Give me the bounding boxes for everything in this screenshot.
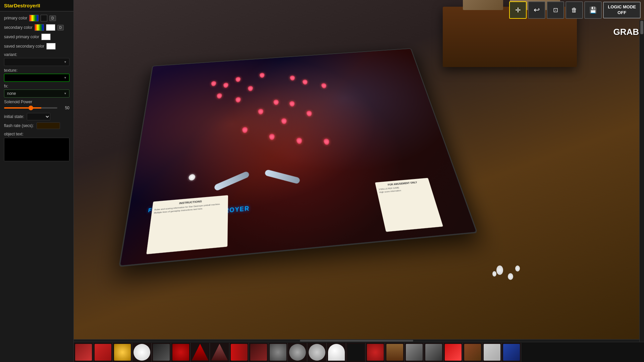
logic-mode-button[interactable]: LOGIC MODE OFF bbox=[603, 2, 641, 18]
bottom-bar-item-21[interactable] bbox=[463, 343, 482, 362]
save-button[interactable]: 💾 bbox=[584, 1, 602, 19]
item-thumb-img-3 bbox=[114, 344, 131, 361]
bottom-bar-item-8[interactable] bbox=[210, 343, 229, 362]
bottom-bar-item-4[interactable] bbox=[132, 343, 152, 362]
floor-piece-1 bbox=[496, 265, 503, 275]
item-thumb-img-6 bbox=[172, 344, 189, 361]
bottom-bar-item-10[interactable] bbox=[249, 343, 268, 362]
bottom-bar-item-5[interactable] bbox=[152, 343, 171, 362]
item-thumb-img-22 bbox=[484, 344, 500, 361]
item-thumb-img-19 bbox=[425, 344, 442, 361]
bottom-bar-item-23[interactable] bbox=[502, 343, 521, 362]
bottom-bar-item-16[interactable] bbox=[366, 343, 385, 362]
item-thumb-img-12 bbox=[289, 344, 306, 361]
initial-state-label: initial state: bbox=[4, 114, 24, 119]
3d-viewport[interactable]: FLIPPER STARDESTROYER INSTRUCTIONS Rules… bbox=[74, 0, 644, 342]
solenoid-value: 50 bbox=[60, 106, 69, 110]
primary-color-black[interactable] bbox=[41, 15, 47, 21]
item-thumb-img-18 bbox=[406, 344, 423, 361]
scrollbar-thumb[interactable] bbox=[640, 21, 643, 34]
bottom-bar-item-12[interactable] bbox=[288, 343, 307, 362]
fx-dropdown-wrapper: none bbox=[4, 89, 69, 98]
solenoid-slider[interactable] bbox=[4, 107, 57, 109]
bottom-bar-item-19[interactable] bbox=[424, 343, 443, 362]
panel-title: StarDestroyerII bbox=[0, 0, 73, 11]
logic-mode-line1: LOGIC MODE bbox=[608, 4, 636, 9]
instructions-card: INSTRUCTIONS Rules and scoring informati… bbox=[146, 195, 228, 254]
undo-button[interactable]: ↩ bbox=[528, 1, 545, 19]
saved-secondary-swatch[interactable] bbox=[46, 43, 56, 50]
logic-mode-line2: OFF bbox=[618, 10, 626, 15]
initial-state-row: initial state: bbox=[4, 113, 69, 120]
texture-label: texture: bbox=[4, 68, 69, 73]
bottom-scrollbar[interactable] bbox=[74, 339, 639, 342]
item-thumb-img-4 bbox=[133, 344, 150, 361]
move-button[interactable]: ✛ bbox=[509, 1, 527, 19]
save-icon: 💾 bbox=[589, 6, 597, 14]
item-thumb-img-9 bbox=[231, 344, 248, 361]
item-thumb-img-23 bbox=[503, 344, 520, 361]
bottom-bar bbox=[74, 342, 644, 362]
right-scrollbar[interactable] bbox=[639, 20, 644, 342]
object-text-area[interactable] bbox=[4, 138, 69, 161]
item-thumb-img-14 bbox=[328, 344, 345, 361]
variant-dropdown-wrapper bbox=[4, 58, 69, 66]
fx-label: fx: bbox=[4, 84, 69, 88]
bottom-bar-item-20[interactable] bbox=[443, 343, 463, 362]
item-thumb-img-15 bbox=[347, 344, 364, 361]
primary-color-swatch[interactable] bbox=[29, 15, 39, 21]
select-icon: ⊡ bbox=[553, 6, 558, 14]
bottom-bar-item-3[interactable] bbox=[113, 343, 132, 362]
flash-rate-label: flash rate (secs): bbox=[4, 123, 34, 128]
item-thumb-img-1 bbox=[75, 344, 92, 361]
primary-color-label: primary color bbox=[4, 16, 27, 20]
bottom-bar-item-2[interactable] bbox=[93, 343, 113, 362]
texture-dropdown[interactable] bbox=[4, 74, 69, 82]
saved-primary-row: saved primary color bbox=[4, 34, 69, 40]
bottom-bar-item-13[interactable] bbox=[307, 343, 327, 362]
object-text-label: object text: bbox=[4, 132, 69, 136]
texture-dropdown-wrapper bbox=[4, 74, 69, 82]
item-thumb-img-5 bbox=[153, 344, 170, 361]
app-title: StarDestroyerII bbox=[4, 3, 40, 8]
bottom-bar-item-7[interactable] bbox=[191, 343, 210, 362]
bottom-bar-item-9[interactable] bbox=[229, 343, 249, 362]
saved-primary-swatch[interactable] bbox=[41, 34, 51, 40]
floor-piece-4 bbox=[492, 271, 496, 277]
item-thumb-img-10 bbox=[250, 344, 267, 361]
h-scrollbar-thumb[interactable] bbox=[300, 340, 413, 342]
bottom-bar-item-1[interactable] bbox=[74, 343, 93, 362]
delete-button[interactable]: 🗑 bbox=[566, 1, 583, 19]
item-thumb-img-2 bbox=[95, 344, 111, 361]
bottom-bar-item-14[interactable] bbox=[327, 343, 346, 362]
grab-label: GRAB bbox=[613, 27, 639, 37]
undo-icon: ↩ bbox=[534, 6, 540, 14]
fx-dropdown[interactable]: none bbox=[4, 89, 69, 98]
panel-content: primary color D secondary color D saved … bbox=[0, 11, 73, 166]
secondary-color-d-button[interactable]: D bbox=[57, 25, 64, 31]
move-icon: ✛ bbox=[515, 6, 521, 14]
floor-piece-2 bbox=[508, 273, 513, 280]
bottom-bar-item-11[interactable] bbox=[268, 343, 288, 362]
pinball-table[interactable]: FLIPPER STARDESTROYER INSTRUCTIONS Rules… bbox=[119, 48, 478, 267]
solenoid-label: Solenoid Power bbox=[4, 100, 69, 104]
secondary-color-white[interactable] bbox=[46, 24, 55, 31]
bottom-bar-item-17[interactable] bbox=[385, 343, 405, 362]
secondary-color-swatch[interactable] bbox=[35, 24, 44, 31]
bottom-bar-item-18[interactable] bbox=[405, 343, 424, 362]
top-toolbar: ✛ ↩ ⊡ 🗑 💾 LOGIC MODE OFF bbox=[74, 0, 644, 20]
item-thumb-img-20 bbox=[445, 344, 462, 361]
select-button[interactable]: ⊡ bbox=[547, 1, 564, 19]
item-thumb-img-17 bbox=[386, 344, 403, 361]
solenoid-slider-row: 50 bbox=[4, 106, 69, 110]
initial-state-dropdown[interactable] bbox=[27, 113, 50, 120]
item-thumb-img-13 bbox=[309, 344, 325, 361]
primary-color-d-button[interactable]: D bbox=[49, 15, 56, 21]
variant-dropdown[interactable] bbox=[4, 58, 69, 66]
bottom-bar-item-22[interactable] bbox=[482, 343, 502, 362]
floor-piece-3 bbox=[515, 265, 520, 272]
flash-rate-input[interactable] bbox=[37, 122, 60, 129]
bottom-bar-item-6[interactable] bbox=[171, 343, 191, 362]
bottom-bar-item-15[interactable] bbox=[346, 343, 366, 362]
item-thumb-img-8 bbox=[211, 344, 228, 361]
